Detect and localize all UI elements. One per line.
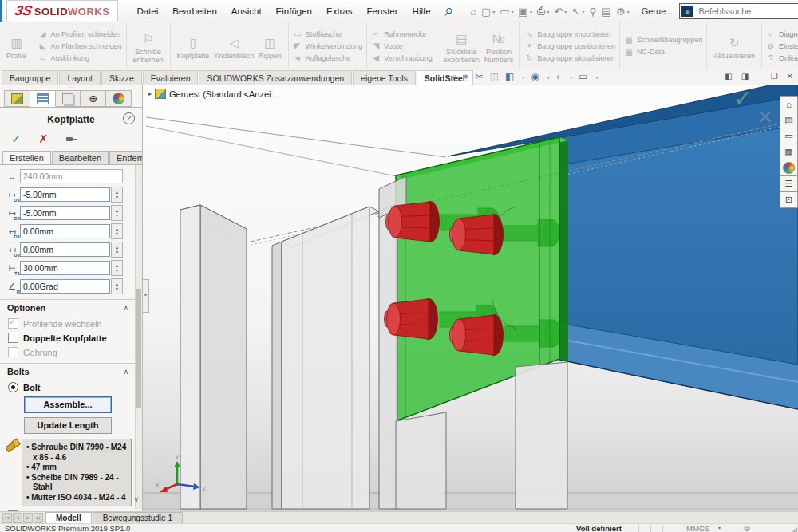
spinner-control[interactable]: ▲▼ [111, 223, 123, 239]
tab-nav-icon[interactable]: ▸| [34, 513, 43, 523]
dropdown-caret-icon[interactable]: ▾ [570, 74, 572, 80]
file-explorer-icon[interactable]: ▭ [780, 128, 798, 144]
ribbon-button-st-ckliste-exportieren[interactable]: ▤Stückliste exportieren [441, 29, 482, 64]
dropdown-caret-icon[interactable]: ▾ [547, 74, 550, 80]
ribbon-button-sto-lasche[interactable]: ▭Stoßlasche [293, 30, 363, 38]
zoom-area-icon[interactable]: ⌖ [464, 71, 469, 82]
checkbox-box[interactable] [8, 318, 18, 329]
manager-tab-cube[interactable] [4, 90, 30, 107]
dock-right-icon[interactable]: ◨ [741, 72, 749, 81]
minimize-doc-icon[interactable]: – [757, 72, 762, 81]
bolt[interactable] [386, 201, 440, 242]
menu-einf-gen[interactable]: Einfügen [269, 1, 319, 22]
dropdown-caret-icon[interactable]: ▾ [547, 9, 549, 14]
ribbon-button-rahmenecke[interactable]: ⌐Rahmenecke [371, 30, 433, 38]
group-collapse-bottom-icon[interactable]: ∨ [133, 495, 139, 503]
ribbon-button-knotenblech[interactable]: ◁Knotenblech [211, 33, 256, 60]
command-search-box[interactable]: » ⌕ ▾ [679, 3, 798, 19]
manager-tab-sphere[interactable] [106, 90, 132, 107]
tab-nav-icon[interactable]: |◂ [2, 513, 12, 523]
ribbon-button-diagnosewerkzeug[interactable]: ⌕Diagnosewerkzeug [766, 30, 798, 39]
checkbox-box[interactable] [8, 333, 18, 343]
options-section-header[interactable]: Optionen∧ [0, 299, 136, 314]
value-field[interactable]: 0.00Grad [20, 279, 110, 294]
confirmation-ok-icon[interactable]: ✓ [733, 85, 752, 112]
tab-nav-icon[interactable]: ▸ [23, 513, 33, 523]
section-view-icon[interactable]: ✂ [476, 71, 484, 82]
keep-visible-pin-icon[interactable] [65, 133, 77, 144]
collapse-chevron-icon[interactable]: ∧ [123, 368, 128, 376]
tab-skizze[interactable]: Skizze [101, 70, 142, 85]
view-orientation-icon[interactable]: ◉ [531, 71, 539, 82]
tab-nav-icon[interactable]: ◂ [13, 513, 22, 523]
ribbon-button-aktualisieren[interactable]: ↻Aktualisieren [711, 33, 757, 60]
menu-fenster[interactable]: Fenster [360, 1, 405, 22]
units-selector[interactable]: MMGS [686, 524, 710, 532]
menu-hilfe[interactable]: Hilfe [405, 1, 438, 22]
hide-show-icon[interactable]: ◫ [490, 71, 499, 82]
collapse-chevron-icon[interactable]: ∧ [123, 304, 128, 312]
dropdown-caret-icon[interactable]: ▾ [512, 9, 514, 14]
ribbon-button-rippen[interactable]: ◫Rippen [256, 33, 284, 60]
manager-tab-list[interactable] [30, 90, 56, 107]
spinner-control[interactable]: ▲▼ [111, 242, 123, 258]
search-input[interactable] [697, 6, 798, 17]
checkbox-gehrung[interactable]: Gehrung [8, 347, 128, 357]
options-gear-icon[interactable]: ⚙▾ [616, 6, 630, 18]
dropdown-caret-icon[interactable]: ▾ [627, 9, 630, 14]
ribbon-button-schnitte-entfernen[interactable]: ⚐Schnitte entfernen [131, 29, 166, 64]
update-length-button[interactable]: Update Length [24, 417, 112, 434]
checkbox-doppelte-kopfplatte[interactable]: Doppelte Kopfplatte [8, 333, 128, 343]
value-field[interactable]: 0.00mm [20, 224, 110, 238]
ribbon-button-an-fl-chen-schneiden[interactable]: ◣An Flächen schneiden [38, 41, 122, 50]
dropdown-caret-icon[interactable]: ▾ [595, 74, 598, 80]
save-icon[interactable]: ▣▾ [519, 6, 532, 18]
select-icon[interactable]: ↖▾ [571, 6, 584, 18]
bolt[interactable] [450, 314, 504, 356]
tab-layout[interactable]: Layout [59, 70, 101, 85]
view-palette-icon[interactable]: ▦ [780, 144, 798, 160]
value-field[interactable]: -5.00mm [20, 187, 110, 202]
feature-tree-flyout[interactable]: ▸ Geruest (Standard <Anzei... [148, 89, 279, 99]
attachment-icon[interactable]: ⚲ [589, 6, 597, 18]
bolts-section-header[interactable]: Bolts∧ [0, 363, 136, 378]
manager-tab-config[interactable] [56, 90, 81, 107]
menu-datei[interactable]: Datei [129, 1, 165, 22]
ribbon-button-baugruppe-aktualisieren[interactable]: ↻Baugruppe aktualisieren [524, 53, 615, 62]
subtab-entfernen[interactable]: Entfernen [109, 151, 143, 164]
ribbon-button-verschraubung[interactable]: ◀Verschraubung [371, 53, 433, 62]
checkbox-profilende-wechseln[interactable]: Profilende wechseln [8, 318, 128, 329]
ribbon-button-position-numbers[interactable]: №Position Numbers [482, 29, 516, 64]
spinner-control[interactable]: ▲▼ [111, 187, 123, 203]
subtab-bearbeiten[interactable]: Bearbeiten [52, 151, 109, 164]
print-icon[interactable]: ⎙▾ [537, 5, 549, 18]
ok-check-icon[interactable]: ✓ [11, 132, 22, 146]
zoom-fit-icon[interactable]: ⌕ [452, 71, 457, 82]
tab-eigene-tools[interactable]: eigene Tools [353, 70, 416, 85]
spinner-control[interactable]: ▲▼ [111, 278, 123, 294]
undo-icon[interactable]: ↶▾ [554, 6, 567, 18]
menu-bearbeiten[interactable]: Bearbeiten [165, 1, 224, 22]
dropdown-caret-icon[interactable]: ▾ [492, 9, 495, 14]
ribbon-button-baugruppe-importieren[interactable]: ↘Baugruppe importieren [524, 30, 615, 38]
bolt[interactable] [450, 214, 504, 255]
sheet-icon[interactable]: ▤ [602, 6, 611, 18]
resize-grip[interactable]: ◢ [792, 526, 797, 532]
spinner-control[interactable]: ▲▼ [111, 260, 123, 276]
value-field[interactable]: 30.00mm [20, 261, 110, 275]
dropdown-caret-icon[interactable]: ▾ [530, 9, 532, 14]
ribbon-button-einstellungen[interactable]: ⚙Einstellungen [766, 42, 798, 51]
tag-icon[interactable]: ◎ [744, 524, 750, 532]
dropdown-caret-icon[interactable]: ▾ [582, 9, 584, 14]
open-document-icon[interactable]: ▭▾ [500, 6, 513, 18]
units-caret-icon[interactable]: ▾ [718, 524, 721, 532]
value-field[interactable]: 0.00mm [20, 242, 110, 257]
confirmation-cancel-icon[interactable]: ✕ [757, 106, 773, 128]
ribbon-button-winkelverbindung[interactable]: ◤Winkelverbindung [293, 41, 363, 50]
restore-doc-icon[interactable]: ❐ [771, 72, 778, 81]
radio-circle[interactable] [8, 382, 18, 392]
menu-extras[interactable]: Extras [319, 1, 360, 22]
new-document-icon[interactable]: ▢▾ [481, 6, 495, 18]
scrollbar-thumb[interactable] [136, 289, 141, 408]
ribbon-button-kopfplatte[interactable]: ▯Kopfplatte [175, 33, 212, 60]
